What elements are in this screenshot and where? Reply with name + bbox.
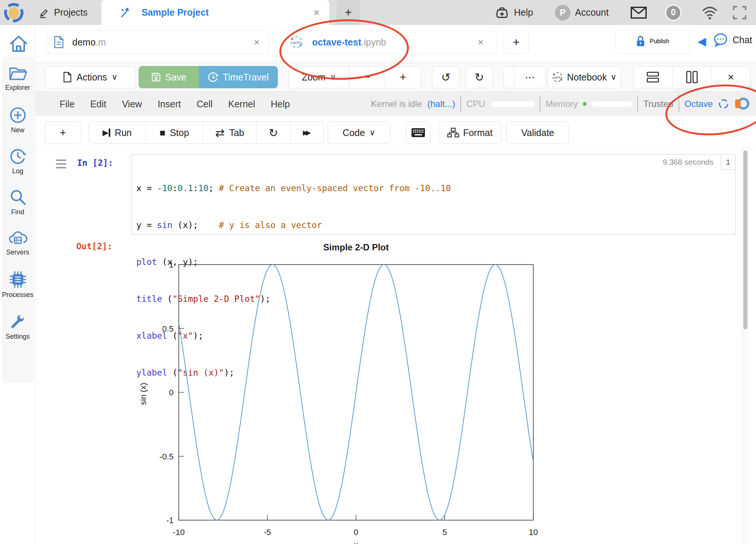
validate-button[interactable]: Validate (506, 121, 569, 144)
app-logo[interactable] (4, 0, 24, 25)
projects-button[interactable]: Projects (38, 0, 88, 25)
sidebar-item-new[interactable]: New (0, 106, 35, 134)
sidebar-item-label: Processes (2, 291, 33, 299)
keyboard-shortcuts-button[interactable] (406, 121, 431, 144)
memory-label: Memory (546, 99, 578, 109)
menu-view[interactable]: View (122, 99, 142, 110)
format-button[interactable]: Format (439, 121, 501, 144)
timetravel-label: TimeTravel (223, 72, 269, 83)
file-tab-octave-test[interactable]: ipynb octave-test.ipynb × (274, 31, 497, 54)
scrollbar-thumb[interactable] (743, 151, 747, 329)
notebook-dropdown[interactable]: ipynb Notebook ∨ (547, 66, 621, 88)
zoom-label: Zoom (302, 72, 325, 83)
zoom-out-button[interactable]: − (349, 66, 385, 88)
octave-logo-icon[interactable] (734, 97, 749, 111)
menu-file[interactable]: File (60, 99, 74, 110)
fullscreen-button[interactable] (732, 0, 747, 25)
zoom-in-button[interactable]: + (385, 66, 421, 88)
format-sitemap-icon (447, 127, 459, 138)
tab-arrows-icon: ⇄ (215, 126, 225, 139)
clock-history-icon (9, 147, 27, 165)
save-button[interactable]: Save (139, 66, 199, 88)
run-label: Run (115, 127, 132, 138)
sidebar-item-servers[interactable]: Servers (0, 229, 35, 256)
svg-text:-10: -10 (173, 528, 185, 537)
run-all-button[interactable]: ▶▶ (290, 122, 323, 143)
redo-button[interactable]: ↻ (466, 66, 493, 88)
publish-button[interactable]: Publish (615, 29, 690, 54)
help-button[interactable]: Help (495, 0, 533, 25)
new-top-tab-button[interactable]: + (336, 0, 360, 25)
run-group: ▶ Run ■ Stop ⇄ Tab ↻ ▶▶ (89, 121, 324, 144)
menu-help[interactable]: Help (271, 99, 290, 110)
sidebar-item-log[interactable]: Log (0, 147, 35, 175)
menu-cell[interactable]: Cell (197, 99, 213, 110)
split-vertical-button[interactable] (673, 66, 712, 88)
account-button[interactable]: P Account (555, 0, 609, 25)
file-tabs-row: demo.m × ipynb octave-test.ipynb × + Pub… (35, 25, 756, 62)
code-editor[interactable]: x = -10:0.1:10; # Create an evenly-space… (131, 154, 736, 235)
memory-indicator-dot (583, 102, 587, 106)
cell-number-badge: 1 (721, 154, 736, 170)
actions-button[interactable]: Actions ∨ (45, 66, 136, 88)
ipynb-icon: ipynb (290, 35, 303, 49)
save-label: Save (165, 72, 187, 83)
close-project-tab-icon[interactable]: × (314, 7, 320, 19)
scrollbar-track[interactable] (742, 148, 749, 544)
chat-button[interactable]: Chat (712, 32, 752, 48)
close-tab-icon[interactable]: × (478, 37, 483, 48)
notifications-button[interactable]: 0 (665, 0, 682, 25)
new-file-tab-button[interactable]: + (504, 31, 529, 54)
zoom-dropdown[interactable]: Zoom ∨ (289, 66, 349, 88)
messages-button[interactable] (630, 0, 647, 25)
close-frame-button[interactable]: × (712, 66, 750, 88)
svg-text:-5: -5 (264, 528, 271, 537)
halt-link[interactable]: (halt...) (427, 99, 455, 109)
svg-text:5: 5 (442, 528, 447, 537)
svg-text:ipynb: ipynb (554, 76, 561, 79)
project-tab[interactable]: Sample Project × (101, 0, 329, 25)
sidebar-item-explorer[interactable]: Explorer (0, 65, 35, 92)
home-icon[interactable] (8, 33, 29, 53)
plot-xlabel: x (130, 540, 562, 544)
undo-button[interactable]: ↺ (432, 66, 460, 88)
kernel-name-link[interactable]: Octave (684, 99, 713, 109)
divider (679, 96, 679, 112)
menu-insert[interactable]: Insert (158, 99, 181, 110)
top-bar: Projects Sample Project × + Help P Accou… (0, 0, 756, 25)
sidebar-item-label: Log (12, 167, 23, 175)
file-tab-demo[interactable]: demo.m × (47, 31, 269, 54)
stop-button[interactable]: ■ Stop (146, 122, 203, 143)
help-kit-icon (495, 5, 509, 20)
menu-edit[interactable]: Edit (90, 99, 106, 110)
svg-text:10: 10 (529, 528, 538, 537)
folder-open-icon (9, 65, 27, 82)
cocalc-logo-icon (4, 3, 24, 23)
sidebar-item-processes[interactable]: Processes (0, 270, 35, 299)
split-horizontal-button[interactable] (633, 66, 673, 88)
undo-icon: ↺ (441, 71, 450, 84)
file-tab-name: demo (72, 37, 96, 48)
timetravel-button[interactable]: TimeTravel (199, 66, 278, 88)
close-tab-icon[interactable]: × (254, 37, 260, 48)
sidebar-item-find[interactable]: Find (0, 188, 35, 216)
connection-button[interactable] (701, 0, 719, 25)
sidebar-item-settings[interactable]: Settings (0, 313, 35, 341)
clipped-button[interactable] (504, 66, 514, 88)
collapse-chat-icon[interactable]: ◀ (698, 35, 706, 48)
sidebar-item-label: New (11, 126, 24, 134)
exec-time: 9.368 seconds (663, 158, 714, 167)
tab-complete-button[interactable]: ⇄ Tab (203, 122, 257, 143)
divider (637, 96, 638, 112)
cell-type-dropdown[interactable]: Code ∨ (328, 121, 390, 144)
ipynb-icon: ipynb (552, 72, 563, 83)
more-button[interactable]: ⋯ (514, 66, 546, 88)
restart-kernel-button[interactable]: ↻ (257, 122, 290, 143)
insert-cell-button[interactable]: + (45, 121, 81, 144)
cell-drag-handle-icon[interactable] (56, 159, 66, 171)
menu-kernel[interactable]: Kernel (228, 99, 255, 110)
circle-plus-icon (9, 106, 27, 124)
divider (460, 96, 461, 112)
validate-label: Validate (521, 127, 555, 138)
run-button[interactable]: ▶ Run (89, 122, 146, 143)
